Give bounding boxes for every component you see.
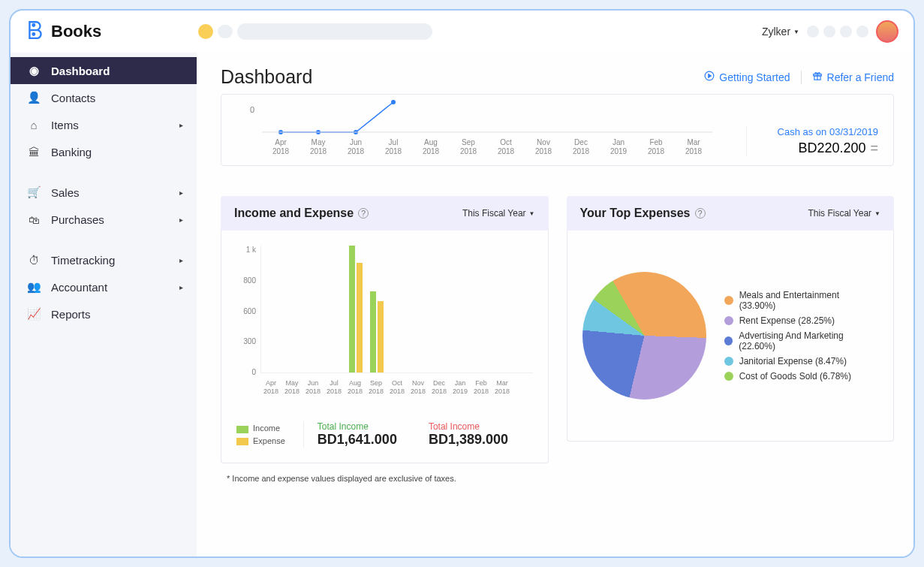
legend-item: Cost of Goods Sold (6.78%) (724, 371, 878, 382)
contacts-icon: 👤 (26, 91, 42, 104)
expenses-pie-chart (582, 272, 706, 400)
top-icons (807, 26, 868, 38)
total-expense: Total Income BD1,389.000 (415, 421, 508, 448)
chevron-right-icon: ▸ (179, 121, 183, 129)
svg-point-0 (33, 24, 35, 26)
accountant-icon: 👥 (26, 280, 42, 294)
y-tick: 0 (250, 105, 254, 114)
sidebar-item-timetracking[interactable]: ⏱Timetracking▸ (11, 246, 197, 273)
sidebar-item-accountant[interactable]: 👥Accountant▸ (11, 273, 197, 300)
period-dropdown[interactable]: This Fiscal Year ▼ (808, 208, 880, 219)
sidebar-item-dashboard[interactable]: ◉Dashboard (11, 57, 197, 84)
reports-icon: 📈 (26, 307, 42, 321)
top-action-2[interactable] (823, 26, 835, 38)
top-action-1[interactable] (807, 26, 819, 38)
help-icon[interactable]: ? (358, 208, 369, 219)
top-expenses-card: Your Top Expenses ? This Fiscal Year ▼ M… (567, 196, 895, 463)
income-expense-chart: 1 k8006003000 Apr2018May2018Jun2018Jul20… (236, 246, 533, 396)
chevron-right-icon: ▸ (179, 283, 183, 291)
refer-friend-link[interactable]: Refer a Friend (812, 71, 894, 83)
gift-icon (812, 71, 823, 83)
income-expense-card: Income and Expense ? This Fiscal Year ▼ … (221, 196, 549, 463)
top-placeholder (198, 23, 432, 40)
pie-legend: Meals and Entertainment (33.90%)Rent Exp… (724, 285, 878, 386)
app-name: Books (51, 22, 101, 41)
help-icon[interactable]: ? (695, 208, 706, 219)
chevron-down-icon: ▼ (874, 210, 880, 217)
getting-started-link[interactable]: Getting Started (704, 71, 790, 83)
play-icon (704, 71, 715, 83)
card-title: Your Top Expenses (580, 207, 691, 220)
avatar[interactable] (876, 20, 898, 43)
chevron-right-icon: ▸ (179, 188, 183, 197)
org-switcher[interactable]: Zylker ▼ (762, 26, 799, 38)
chevron-right-icon: ▸ (179, 256, 183, 264)
timetracking-icon: ⏱ (26, 254, 42, 267)
svg-point-1 (33, 33, 35, 35)
cash-flow-chart: 0 Apr2018May2018Jun2018Jul2018Aug2018Sep… (236, 99, 746, 156)
sidebar: ◉Dashboard👤Contacts⌂Items▸🏛Banking🛒Sales… (11, 53, 197, 556)
sidebar-item-sales[interactable]: 🛒Sales▸ (11, 179, 197, 206)
app-logo[interactable]: Books (26, 20, 198, 44)
topbar: Books Zylker ▼ (11, 11, 913, 53)
sidebar-item-purchases[interactable]: 🛍Purchases▸· (11, 206, 197, 233)
legend-item: Janitorial Expense (8.47%) (724, 356, 878, 366)
sidebar-item-items[interactable]: ⌂Items▸ (11, 111, 197, 138)
card-title: Income and Expense (234, 207, 354, 220)
org-name: Zylker (762, 26, 790, 38)
chevron-down-icon: ▼ (793, 29, 799, 35)
sidebar-item-reports[interactable]: 📈Reports (11, 300, 197, 327)
page-title: Dashboard (221, 66, 704, 88)
dashboard-icon: ◉ (26, 64, 42, 77)
total-income: Total Income BD1,641.000 (303, 421, 397, 448)
legend-item: Advertising And Marketing (22.60%) (724, 330, 878, 351)
items-icon: ⌂ (26, 119, 42, 131)
cash-amount: BD220.200 (798, 140, 865, 156)
books-icon (26, 20, 45, 44)
footnote: * Income and expense values displayed ar… (227, 474, 894, 483)
main-content: Dashboard Getting Started Refer a Friend… (197, 53, 913, 556)
period-dropdown[interactable]: This Fiscal Year ▼ (462, 208, 535, 219)
legend-item: Rent Expense (28.25%) (724, 315, 878, 326)
chevron-down-icon: ▼ (529, 210, 535, 217)
legend-item: Meals and Entertainment (33.90%) (724, 290, 878, 311)
sales-icon: 🛒 (26, 185, 42, 199)
svg-point-8 (391, 100, 396, 104)
top-action-4[interactable] (856, 26, 868, 38)
cash-summary: Cash as on 03/31/2019 BD220.200 = (746, 126, 878, 156)
sidebar-item-contacts[interactable]: 👤Contacts (11, 84, 197, 111)
banking-icon: 🏛 (26, 146, 42, 158)
top-action-3[interactable] (840, 26, 852, 38)
cash-as-of: Cash as on 03/31/2019 (760, 126, 878, 137)
sidebar-item-banking[interactable]: 🏛Banking (11, 138, 197, 165)
cash-flow-card: 0 Apr2018May2018Jun2018Jul2018Aug2018Sep… (221, 94, 894, 166)
equals-icon: = (870, 140, 878, 156)
legend: Income Expense (236, 424, 285, 445)
purchases-icon: 🛍 (26, 213, 42, 226)
app-frame: Books Zylker ▼ ◉Dashboard👤Contacts⌂Items… (9, 9, 915, 558)
